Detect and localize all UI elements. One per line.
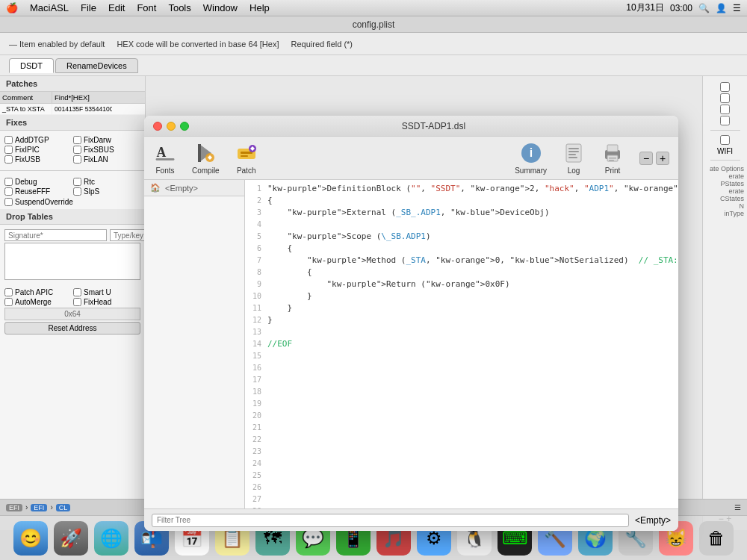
line-number: 10 bbox=[245, 290, 267, 302]
dbg-SuspendOverride[interactable]: SuspendOverride bbox=[4, 198, 140, 206]
dbg-Rtc-check[interactable] bbox=[73, 178, 81, 186]
decrease-size-button[interactable]: − bbox=[639, 152, 653, 165]
line-content bbox=[267, 386, 678, 398]
fix-FixUSB-check[interactable] bbox=[4, 155, 13, 164]
dbg-Rtc[interactable]: Rtc bbox=[73, 178, 140, 186]
code-line: 28 bbox=[245, 505, 678, 508]
fix-FixSBUS[interactable]: FixSBUS bbox=[73, 146, 140, 154]
increase-size-button[interactable]: + bbox=[656, 152, 669, 165]
fw-maximize-button[interactable] bbox=[180, 122, 189, 131]
user-icon[interactable]: 👤 bbox=[716, 3, 727, 13]
line-number: 16 bbox=[245, 362, 267, 374]
code-line: 20 bbox=[245, 410, 678, 422]
line-content: "kw-purple">Scope (\_SB.ADP1) bbox=[267, 231, 678, 243]
drop-input-row bbox=[4, 229, 140, 241]
apple-menu[interactable]: 🍎 bbox=[6, 2, 18, 13]
fix-FixUSB[interactable]: FixUSB bbox=[4, 155, 72, 164]
dbg-Debug-check[interactable] bbox=[4, 178, 13, 186]
menu-font[interactable]: Font bbox=[137, 2, 156, 13]
wifi-check[interactable] bbox=[720, 135, 730, 145]
dbg-SlpS-check[interactable] bbox=[73, 187, 81, 196]
fix-FixIPIC[interactable]: FixIPIC bbox=[4, 146, 72, 154]
svg-rect-13 bbox=[568, 157, 577, 158]
fonts-tool[interactable]: A Fonts bbox=[153, 141, 177, 175]
tab-row: DSDT RenameDevices bbox=[0, 55, 747, 76]
spotlight-icon[interactable]: 🔍 bbox=[698, 3, 710, 13]
fw-minimize-button[interactable] bbox=[167, 122, 176, 131]
automerge[interactable]: AutoMerge bbox=[4, 298, 72, 306]
fix-FixIPIC-check[interactable] bbox=[4, 146, 13, 154]
right-check-3[interactable] bbox=[720, 105, 730, 114]
fw-close-button[interactable] bbox=[153, 122, 162, 131]
smart-u[interactable]: Smart U bbox=[73, 288, 140, 296]
log-tool[interactable]: Log bbox=[562, 141, 586, 175]
smart-u-check[interactable] bbox=[73, 288, 81, 296]
dbg-ReuseFFF[interactable]: ReuseFFF bbox=[4, 187, 72, 196]
fix-FixLAN[interactable]: FixLAN bbox=[73, 155, 140, 164]
fw-code[interactable]: 1"kw-purple">DefinitionBlock ("", "SSDT"… bbox=[245, 180, 678, 508]
fix-FixDarw[interactable]: FixDarw bbox=[73, 136, 140, 144]
filter-tree-input[interactable] bbox=[152, 514, 629, 527]
statusbar-menu-icon[interactable]: ☰ bbox=[734, 503, 741, 511]
svg-rect-9 bbox=[566, 144, 581, 162]
tab-rename[interactable]: RenameDevices bbox=[55, 58, 138, 73]
right-check-1[interactable] bbox=[720, 82, 730, 92]
fix-AddDTGP[interactable]: AddDTGP bbox=[4, 136, 72, 144]
menu-edit[interactable]: Edit bbox=[108, 2, 125, 13]
reset-address-button[interactable]: Reset Address bbox=[4, 322, 140, 335]
patch-label: Patch bbox=[237, 167, 256, 175]
dbg-SuspendOverride-check[interactable] bbox=[4, 198, 13, 206]
menu-window[interactable]: Window bbox=[203, 2, 238, 13]
right-checkboxes bbox=[720, 82, 730, 125]
dbg-ReuseFFF-check[interactable] bbox=[4, 187, 13, 196]
summary-label: Summary bbox=[515, 167, 547, 175]
dbg-Debug[interactable]: Debug bbox=[4, 178, 72, 186]
drop-textarea[interactable] bbox=[4, 243, 140, 280]
code-line: 11 } bbox=[245, 302, 678, 314]
drop-signature-input[interactable] bbox=[4, 229, 107, 241]
menu-file[interactable]: File bbox=[81, 2, 96, 13]
line-content: "kw-purple">DefinitionBlock ("", "SSDT",… bbox=[267, 183, 678, 195]
compile-tool[interactable]: Compile bbox=[192, 141, 220, 175]
right-check-2[interactable] bbox=[720, 93, 730, 103]
dock-launchpad[interactable]: 🚀 bbox=[54, 521, 88, 556]
fix-FixSBUS-check[interactable] bbox=[73, 146, 81, 154]
infobar-hex-note: HEX code will be converted in base 64 [H… bbox=[117, 40, 279, 49]
menu-icon[interactable]: ☰ bbox=[733, 3, 741, 13]
fixhead-check[interactable] bbox=[73, 298, 81, 306]
svg-rect-18 bbox=[609, 160, 614, 161]
fix-FixDarw-check[interactable] bbox=[73, 136, 81, 144]
dock-finder[interactable]: 😊 bbox=[13, 521, 48, 556]
debug-grid: Debug Rtc ReuseFFF SlpS bbox=[4, 178, 140, 196]
patches-row-0[interactable]: _STA to XSTA 0014135F 53544100 bbox=[0, 104, 145, 115]
line-content: "kw-purple">Method (_STA, "kw-orange">0,… bbox=[267, 255, 678, 267]
left-panel: Patches Comment Find*[HEX] _STA to XSTA … bbox=[0, 76, 146, 530]
fix-FixLAN-label: FixLAN bbox=[84, 155, 108, 164]
patch-apic[interactable]: Patch APIC bbox=[4, 288, 72, 296]
menu-maciASL[interactable]: MaciASL bbox=[30, 2, 69, 13]
fixhead[interactable]: FixHead bbox=[73, 298, 140, 306]
wifi-checkbox[interactable]: WIFI bbox=[717, 135, 733, 155]
line-number: 4 bbox=[245, 219, 267, 231]
summary-tool[interactable]: i Summary bbox=[515, 141, 547, 175]
dbg-SlpS[interactable]: SlpS bbox=[73, 187, 140, 196]
window-titlebar: config.plist bbox=[0, 16, 747, 33]
tab-dsdt[interactable]: DSDT bbox=[9, 58, 54, 73]
menu-help[interactable]: Help bbox=[249, 2, 270, 13]
automerge-check[interactable] bbox=[4, 298, 13, 306]
code-line: 9 "kw-purple">Return ("kw-orange">0x0F) bbox=[245, 279, 678, 290]
patch-apic-check[interactable] bbox=[4, 288, 13, 296]
code-line: 18 bbox=[245, 386, 678, 398]
drop-tables-section bbox=[0, 225, 145, 285]
menu-tools[interactable]: Tools bbox=[168, 2, 190, 13]
dock-trash[interactable]: 🗑 bbox=[699, 521, 734, 556]
print-tool[interactable]: Print bbox=[601, 141, 624, 175]
patch-find-0: 0014135F 53544100 bbox=[52, 104, 112, 114]
patch-tool[interactable]: Patch bbox=[235, 141, 258, 175]
line-content: { bbox=[267, 243, 678, 255]
fix-AddDTGP-check[interactable] bbox=[4, 136, 13, 144]
right-check-4[interactable] bbox=[720, 116, 730, 125]
line-content: "kw-purple">External (_SB_.ADP1, "kw-blu… bbox=[267, 207, 678, 219]
fix-FixLAN-check[interactable] bbox=[73, 155, 81, 164]
dock-safari[interactable]: 🌐 bbox=[94, 521, 128, 556]
